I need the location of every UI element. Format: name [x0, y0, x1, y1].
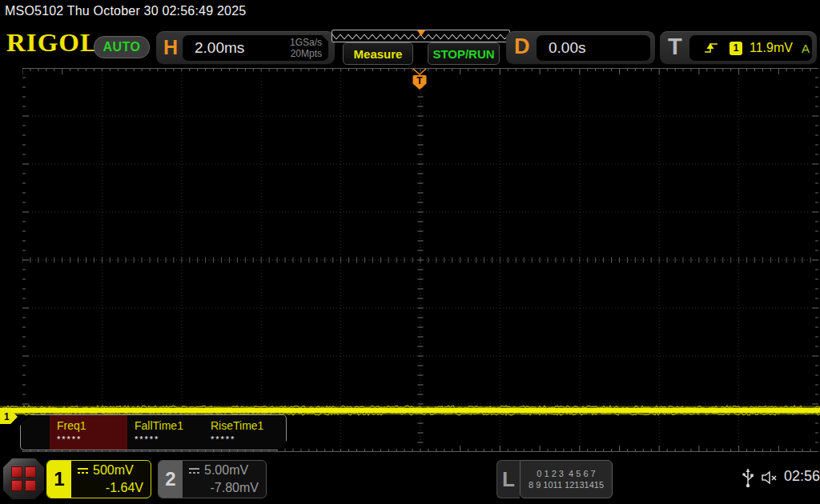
stop-run-button-label: STOP/RUN [432, 47, 494, 61]
bottom-status-bar: 1 500mV -1.64V 2 [0, 456, 820, 504]
trigger-marker-letter: T [416, 75, 423, 86]
acquisition-mode-label: AUTO [102, 40, 140, 54]
dc-coupling-icon [77, 467, 89, 474]
timebase-value: 2.00ms [195, 39, 244, 57]
trigger-source-badge: 1 [730, 42, 742, 55]
trigger-level-value: 11.9mV [750, 41, 793, 55]
model-and-datetime: MSO5102 Thu October 30 02:56:49 2025 [5, 4, 246, 18]
horizontal-label: H [163, 36, 178, 59]
measurement-item-freq[interactable]: Freq1 ***** [50, 415, 127, 450]
usb-icon [742, 466, 754, 490]
rising-edge-trigger-icon [704, 42, 718, 54]
acquisition-mode-indicator: AUTO [94, 36, 150, 58]
logic-analyzer-tab: L [496, 460, 520, 498]
channel1-marker-label: 1 [4, 411, 10, 422]
memory-depth: 20Mpts [290, 48, 322, 59]
measure-button-label: Measure [354, 47, 403, 61]
channel1-status-block[interactable]: 1 500mV -1.64V [46, 460, 151, 498]
measurement-value: ***** [135, 434, 159, 444]
sample-rate: 1GSa/s [290, 37, 322, 48]
graticule-grid [22, 68, 818, 452]
preview-trigger-position-icon [417, 30, 425, 36]
logic-channels-row2: 8 9 1011 12131415 [524, 479, 609, 490]
clock-display: 02:56 [784, 468, 820, 485]
channel2-number-tab: 2 [159, 461, 183, 498]
corner-notch [321, 34, 329, 42]
logic-channels-row1: 0 1 2 3 4 5 6 7 [524, 468, 609, 479]
measure-button[interactable]: Measure [343, 42, 413, 65]
channel-menu-button[interactable] [3, 458, 44, 499]
channel2-status-block[interactable]: 2 5.00mV -7.80mV [158, 460, 267, 498]
measurement-value: ***** [211, 434, 235, 444]
rigol-logo: RIGOL [6, 30, 98, 58]
delay-value: 0.00s [549, 39, 585, 57]
trigger-sweep-mode: A [802, 42, 810, 55]
channel1-offset: -1.64V [106, 481, 143, 495]
measurement-value: ***** [57, 434, 82, 444]
trigger-inner: 1 11.9mV A [689, 35, 812, 61]
measurement-label: RiseTime1 [211, 419, 263, 432]
dc-coupling-icon [188, 467, 200, 474]
red-grid-icon [11, 466, 36, 491]
waveform-preview-strip[interactable] [332, 30, 510, 42]
horizontal-settings-box[interactable]: H 2.00ms 1GSa/s 20Mpts [156, 31, 335, 64]
measurement-panel[interactable]: Freq1 ***** FallTime1 ***** RiseTime1 **… [20, 414, 287, 450]
sample-rate-block: 1GSa/s 20Mpts [290, 37, 322, 59]
measurement-label: Freq1 [57, 419, 86, 432]
oscilloscope-screen: MSO5102 Thu October 30 02:56:49 2025 RIG… [0, 0, 820, 504]
speaker-muted-icon [761, 470, 780, 486]
measurement-item-risetime[interactable]: RiseTime1 ***** [203, 415, 283, 450]
channel1-number-tab: 1 [47, 461, 71, 498]
measurement-item-falltime[interactable]: FallTime1 ***** [127, 415, 203, 450]
trigger-label: T [668, 34, 682, 60]
top-info-bar: MSO5102 Thu October 30 02:56:49 2025 [0, 0, 820, 24]
channel2-scale: 5.00mV [204, 463, 248, 478]
trigger-settings-box[interactable]: T 1 11.9mV A [660, 31, 817, 64]
delay-inner: 0.00s [537, 35, 650, 61]
channel2-values: 5.00mV -7.80mV [183, 461, 266, 498]
channel1-scale: 500mV [93, 463, 134, 478]
header-bar: RIGOL AUTO H 2.00ms 1GSa/s 20Mpts Measur… [0, 24, 820, 66]
delay-label: D [514, 34, 530, 59]
channel1-values: 500mV -1.64V [71, 461, 151, 498]
logic-channel-list: 0 1 2 3 4 5 6 7 8 9 1011 12131415 [520, 460, 613, 498]
measurement-label: FallTime1 [135, 419, 183, 432]
trigger-position-marker[interactable]: T [412, 68, 428, 91]
horizontal-inner: 2.00ms 1GSa/s 20Mpts [183, 35, 328, 61]
channel2-offset: -7.80mV [211, 481, 259, 495]
logic-analyzer-status-block[interactable]: L 0 1 2 3 4 5 6 7 8 9 1011 12131415 [496, 460, 613, 498]
stop-run-button[interactable]: STOP/RUN [428, 42, 500, 65]
delay-settings-box[interactable]: D 0.00s [506, 31, 655, 64]
